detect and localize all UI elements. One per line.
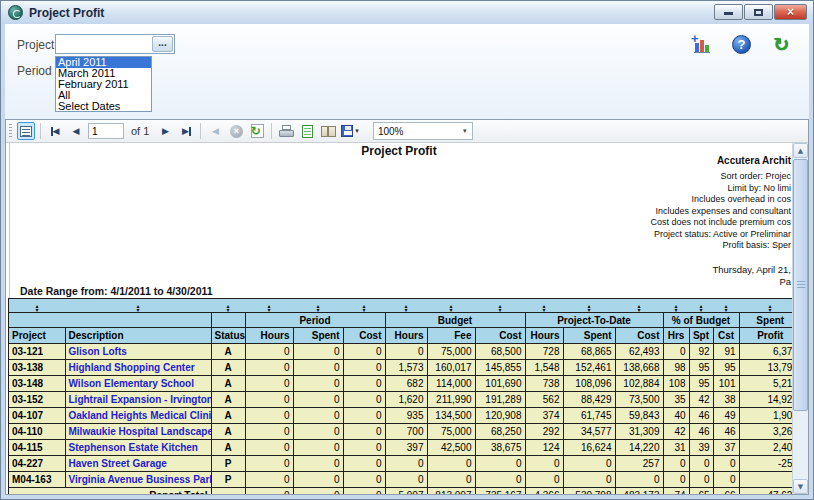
sort-control[interactable]: ▴▾	[245, 299, 293, 313]
refresh-button[interactable]: ↻	[772, 35, 791, 54]
value-cell: 257	[615, 456, 663, 472]
print-layout-icon	[302, 125, 313, 138]
value-cell: 0	[293, 408, 343, 424]
first-page-button[interactable]: ◀	[46, 122, 64, 140]
scrollbar-thumb[interactable]	[793, 159, 808, 411]
sort-control[interactable]: ▴▾	[293, 299, 343, 313]
sort-control[interactable]: ▴▾	[211, 299, 245, 313]
period-listbox[interactable]: April 2011March 2011February 2011AllSele…	[55, 56, 152, 112]
refresh-report-button[interactable]: ↻	[248, 122, 266, 140]
next-page-icon: ▶	[162, 126, 169, 136]
group-header	[9, 313, 211, 328]
value-cell: 0	[663, 472, 689, 488]
project-browse-button[interactable]: ...	[152, 36, 173, 52]
value-cell: 124	[525, 440, 563, 456]
sort-control[interactable]: ▴▾	[689, 299, 713, 313]
sort-control[interactable]: ▴▾	[563, 299, 615, 313]
help-button[interactable]: ?	[732, 35, 751, 54]
value-cell: 46	[713, 424, 739, 440]
title-bar[interactable]: Project Profit ×	[1, 1, 813, 24]
close-button[interactable]: ×	[774, 4, 807, 20]
project-description-link[interactable]: Virginia Avenue Business Park	[65, 472, 211, 488]
sort-control[interactable]: ▴▾	[343, 299, 385, 313]
value-cell: 682	[385, 376, 427, 392]
page-setup-button[interactable]	[319, 122, 337, 140]
value-cell: 68,865	[563, 344, 615, 360]
previous-page-button[interactable]: ◀	[67, 122, 85, 140]
project-description-link[interactable]: Oakland Heights Medical Clinic	[65, 408, 211, 424]
value-cell: 134,500	[427, 408, 475, 424]
project-field-box: ...	[55, 34, 175, 54]
table-row: M04-163Virginia Avenue Business ParkP000…	[9, 472, 792, 488]
value-cell: 0	[563, 472, 615, 488]
page-number-input[interactable]	[88, 123, 124, 139]
value-cell: 61,745	[563, 408, 615, 424]
save-icon	[341, 125, 353, 137]
value-cell: 0	[293, 472, 343, 488]
project-code-cell: M04-163	[9, 472, 65, 488]
export-button[interactable]: ▾	[340, 122, 360, 140]
vertical-scrollbar[interactable]: ▲ ▼	[792, 143, 808, 494]
export-dropdown-icon: ▾	[355, 127, 359, 135]
value-cell: 0	[343, 376, 385, 392]
chart-button[interactable]: +	[692, 35, 711, 54]
toolbar-grip[interactable]	[9, 124, 12, 139]
column-header: Spt	[689, 328, 713, 344]
project-description-link[interactable]: Highland Shopping Center	[65, 360, 211, 376]
group-header: Project-To-Date	[525, 313, 663, 328]
back-button[interactable]: ◀	[206, 122, 224, 140]
sort-desc-icon: ▾	[768, 308, 771, 312]
sort-control[interactable]: ▴▾	[663, 299, 689, 313]
next-page-button[interactable]: ▶	[156, 122, 174, 140]
project-description-link[interactable]: Lightrail Expansion - Irvington	[65, 392, 211, 408]
maximize-button[interactable]	[744, 4, 773, 20]
parameter-panel: Project ... Period April 2011March 2011F…	[5, 24, 809, 119]
zoom-combobox[interactable]: 100% ▾	[373, 122, 473, 140]
scroll-down-icon[interactable]: ▼	[793, 479, 808, 494]
total-value-cell: 813,007	[427, 488, 475, 495]
print-button[interactable]	[277, 122, 295, 140]
value-cell: 0	[245, 456, 293, 472]
value-cell: 0	[343, 440, 385, 456]
sort-control[interactable]: ▴▾	[713, 299, 739, 313]
sort-control[interactable]: ▴▾	[615, 299, 663, 313]
document-map-toggle-button[interactable]	[17, 122, 35, 140]
value-cell: 0	[245, 360, 293, 376]
sort-desc-icon: ▾	[316, 308, 319, 312]
status-cell: P	[211, 456, 245, 472]
sort-control[interactable]: ▴▾	[739, 299, 792, 313]
maximize-icon	[754, 9, 763, 16]
period-option[interactable]: Select Dates	[56, 101, 151, 112]
minimize-button[interactable]	[714, 4, 743, 20]
stop-button[interactable]: ×	[227, 122, 245, 140]
project-input[interactable]	[57, 36, 151, 52]
sort-desc-icon: ▾	[362, 308, 365, 312]
sort-control[interactable]: ▴▾	[525, 299, 563, 313]
sort-desc-icon: ▾	[587, 308, 590, 312]
last-page-button[interactable]: ▶	[177, 122, 195, 140]
project-description-link[interactable]: Haven Street Garage	[65, 456, 211, 472]
report-option-line: Limit by: No limi	[650, 183, 791, 195]
project-description-link[interactable]: Milwaukie Hospital Landscape	[65, 424, 211, 440]
sort-control[interactable]: ▴▾	[65, 299, 211, 313]
value-cell: 0	[245, 424, 293, 440]
print-layout-button[interactable]	[298, 122, 316, 140]
project-description-link[interactable]: Glison Lofts	[65, 344, 211, 360]
period-option[interactable]: February 2011	[56, 79, 151, 90]
sort-control[interactable]: ▴▾	[475, 299, 525, 313]
value-cell: 2,405	[739, 440, 792, 456]
table-row: 03-121Glison LoftsA000075,00068,50072868…	[9, 344, 792, 360]
project-description-link[interactable]: Wilson Elementary School	[65, 376, 211, 392]
project-description-link[interactable]: Stephenson Estate Kitchen	[65, 440, 211, 456]
sort-control[interactable]: ▴▾	[385, 299, 427, 313]
value-cell: 102,884	[615, 376, 663, 392]
column-header: Cost	[475, 328, 525, 344]
sort-control[interactable]: ▴▾	[427, 299, 475, 313]
value-cell: 0	[245, 472, 293, 488]
scroll-up-icon[interactable]: ▲	[793, 143, 808, 158]
value-cell: 3,268	[739, 424, 792, 440]
column-header-row: ProjectDescriptionStatusHoursSpentCostHo…	[9, 328, 792, 344]
value-cell: 160,017	[427, 360, 475, 376]
sort-control[interactable]: ▴▾	[9, 299, 65, 313]
value-cell: 0	[245, 408, 293, 424]
